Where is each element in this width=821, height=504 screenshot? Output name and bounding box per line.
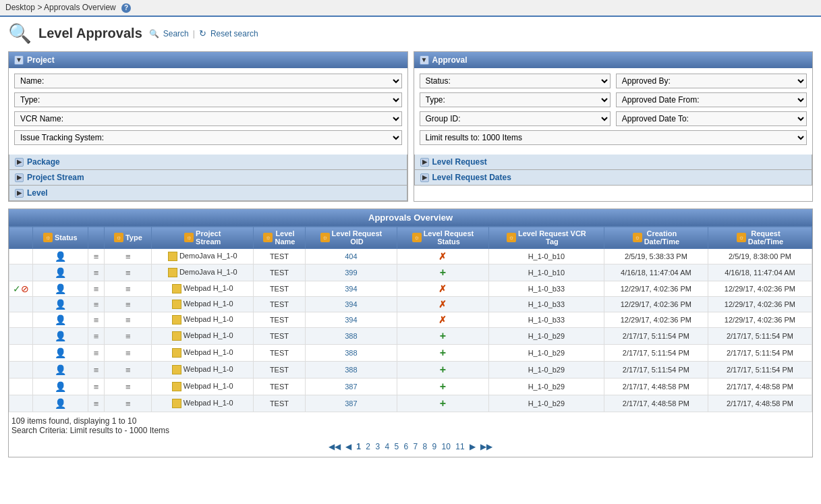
vcr-tag-cell: H_1-0_b29 [488,395,604,412]
page-last[interactable]: ▶▶ [480,442,492,451]
check-icon[interactable]: ✓ [13,283,21,294]
col-request: ☼ RequestDate/Time [708,227,812,249]
table-row: 👤≡≡DemoJava H_1-0TEST404✗H_1-0_b102/5/19… [9,249,812,264]
project-type-row: Type: [14,92,402,107]
vcr-tag-cell: H_1-0_b29 [488,328,604,345]
status-icon: 👤 [55,314,66,325]
table-row: 👤≡≡Webpad H_1-0TEST387+H_1-0_b292/17/17,… [9,395,812,412]
approval-status-select[interactable]: Status: [420,74,611,88]
page-link-5[interactable]: 5 [394,442,399,451]
project-stream-header[interactable]: ▶ Project Stream [9,170,407,185]
page-link-1[interactable]: 1 [356,442,361,451]
project-issue-select[interactable]: Issue Tracking System: [14,130,402,145]
col-type-empty [88,227,105,249]
page-link-8[interactable]: 8 [423,442,428,451]
status-icon: 👤 [55,347,66,358]
page-prev[interactable]: ◀ [345,442,351,451]
approved-date-from-select[interactable]: Approved Date From: [616,92,807,107]
page-link-6[interactable]: 6 [403,442,408,451]
approval-panel: ▼ Approval Status: Approved By: [414,51,814,202]
project-stream-icon [172,331,181,341]
row-checkbox-cell [9,345,33,362]
project-type-group: Type: [14,92,402,107]
approval-row2: Type: Approved Date From: [420,92,808,107]
project-stream-toggle: ▶ [15,173,24,182]
lrvcr-col-icon: ☼ [507,233,516,242]
search-icon-link: 🔍 [149,29,159,38]
oid-link[interactable]: 394 [345,300,357,308]
lr-status-icon: ✗ [438,251,447,262]
page-link-3[interactable]: 3 [375,442,380,451]
status-icon: 👤 [55,251,66,262]
approval-toggle-icon: ▼ [420,55,429,65]
breadcrumb-desktop[interactable]: Desktop [5,3,35,12]
group-id-select[interactable]: Group ID: [420,111,611,126]
type-extra-cell: ≡ [88,281,105,297]
type-extra-cell: ≡ [88,379,105,395]
type-cell: ≡ [105,395,152,412]
creation-cell: 2/17/17, 5:11:54 PM [604,328,708,345]
approved-date-to-group: Approved Date To: [616,111,807,126]
ps-col-icon: ☼ [184,233,194,242]
reset-search-link[interactable]: Reset search [210,29,258,38]
level-header[interactable]: ▶ Level [9,186,407,200]
page-next[interactable]: ▶ [470,442,476,451]
page-link-7[interactable]: 7 [414,442,418,451]
project-stream-text: Webpad H_1-0 [183,284,233,292]
type-extra-icon: ≡ [94,331,99,341]
page-title: Level Approvals [38,26,142,41]
oid-link[interactable]: 388 [345,332,357,340]
oid-link[interactable]: 388 [345,349,357,357]
level-request-dates-header[interactable]: ▶ Level Request Dates [415,170,812,185]
type-extra-cell: ≡ [88,395,105,412]
approval-type-select[interactable]: Type: [420,92,611,107]
page-link-10[interactable]: 10 [442,442,451,451]
oid-link[interactable]: 388 [345,366,357,374]
row-checkbox-cell [9,362,33,379]
type-cell: ≡ [105,379,152,395]
status-icon: 👤 [55,299,66,310]
project-vcr-group: VCR Name: [14,111,402,126]
project-type-select[interactable]: Type: [14,92,402,107]
oid-link[interactable]: 404 [345,252,357,260]
level-label: Level [27,188,48,198]
search-link[interactable]: Search [163,29,189,38]
oid-link[interactable]: 387 [345,383,357,391]
approved-date-to-select[interactable]: Approved Date To: [616,111,807,126]
creation-cell: 2/17/17, 5:11:54 PM [604,345,708,362]
type-extra-cell: ≡ [88,264,105,281]
level-name-cell: TEST [254,249,306,264]
reset-icon: ↻ [199,28,206,38]
page-link-4[interactable]: 4 [385,442,389,451]
ban-icon[interactable]: ⊘ [21,283,29,294]
oid-link[interactable]: 394 [345,316,357,324]
package-section: ▶ Package [9,155,407,170]
project-panel-header[interactable]: ▼ Project [9,52,407,68]
oid-cell: 394 [305,312,397,328]
type-extra-icon: ≡ [94,315,99,325]
approval-panel-header[interactable]: ▼ Approval [414,52,813,68]
approved-by-select[interactable]: Approved By: [616,74,807,88]
request-cell: 2/17/17, 4:48:58 PM [708,395,812,412]
page-link-11[interactable]: 11 [455,442,464,451]
page-first[interactable]: ◀◀ [329,442,341,451]
page-link-2[interactable]: 2 [366,442,370,451]
project-stream-text: Webpad H_1-0 [183,399,233,407]
vcr-tag-cell: H_1-0_b33 [488,312,604,328]
limit-select[interactable]: Limit results to: 1000 Items [420,130,808,145]
limit-group: Limit results to: 1000 Items [420,130,808,145]
project-vcr-select[interactable]: VCR Name: [14,111,402,126]
level-request-header[interactable]: ▶ Level Request [415,155,812,169]
type-extra-icon: ≡ [94,252,99,262]
help-icon[interactable]: ? [121,3,131,13]
project-name-select[interactable]: Name: [14,74,402,88]
oid-link[interactable]: 394 [345,285,357,293]
package-header[interactable]: ▶ Package [9,155,407,169]
page-link-9[interactable]: 9 [432,442,437,451]
oid-link[interactable]: 387 [345,399,357,408]
filter-container: ▼ Project Name: Type: [8,51,813,202]
oid-link[interactable]: 399 [345,269,357,277]
type-icon: ≡ [125,365,131,375]
pagination: ◀◀ ◀ 1 2 3 4 5 6 7 8 9 10 11 ▶ ▶▶ [9,437,812,457]
status-icon: 👤 [55,267,66,278]
